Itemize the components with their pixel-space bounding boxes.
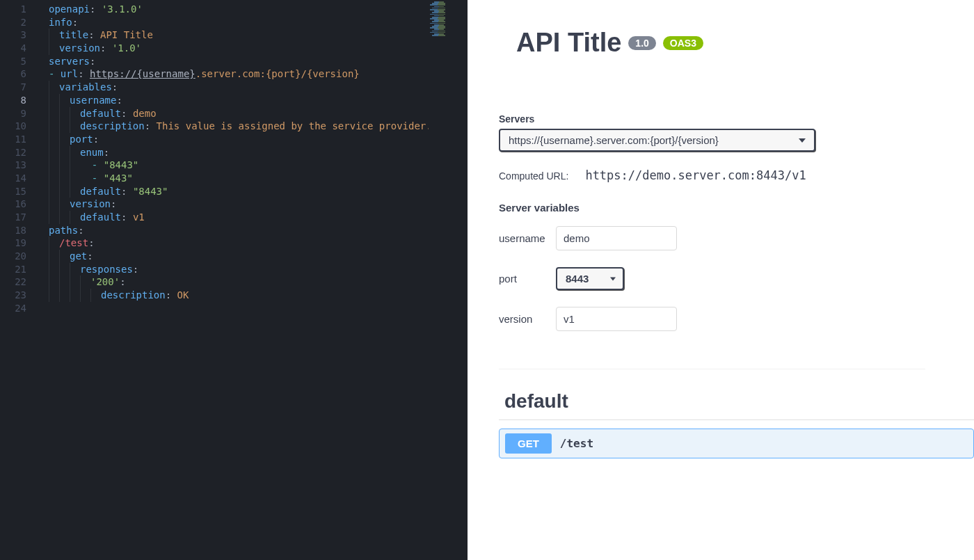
code-line[interactable]: info: — [49, 16, 468, 29]
operation-path: /test — [560, 437, 593, 450]
code-line[interactable]: default: demo — [49, 107, 468, 120]
line-number: 23 — [0, 289, 39, 302]
servers-label: Servers — [499, 113, 925, 125]
line-number: 2 — [0, 16, 39, 29]
line-gutter: 123456789101112131415161718192021222324 — [0, 0, 39, 560]
line-number: 4 — [0, 42, 39, 55]
server-url-select[interactable]: https://{username}.server.com:{port}/{ve… — [499, 129, 815, 152]
code-line[interactable]: responses: — [49, 263, 468, 276]
code-line[interactable]: openapi: '3.1.0' — [49, 3, 468, 16]
line-number: 17 — [0, 211, 39, 224]
line-number: 12 — [0, 146, 39, 159]
code-line[interactable]: description: OK — [49, 289, 468, 302]
code-line[interactable] — [49, 302, 468, 315]
code-line[interactable]: '200': — [49, 275, 468, 289]
var-port-label: port — [499, 273, 556, 285]
line-number: 22 — [0, 275, 39, 289]
line-number: 6 — [0, 67, 39, 81]
line-number: 7 — [0, 81, 39, 94]
computed-url-label: Computed URL: — [499, 170, 568, 182]
code-area[interactable]: openapi: '3.1.0'info: title: API Title v… — [39, 0, 468, 560]
code-line[interactable]: version: — [49, 198, 468, 211]
line-number: 10 — [0, 120, 39, 133]
code-line[interactable]: servers: — [49, 55, 468, 68]
line-number: 14 — [0, 172, 39, 185]
line-number: 5 — [0, 55, 39, 68]
operation-method-badge: GET — [505, 433, 552, 454]
code-line[interactable]: version: '1.0' — [49, 42, 468, 55]
var-username-input[interactable] — [556, 226, 677, 250]
line-number: 16 — [0, 198, 39, 211]
line-number: 9 — [0, 107, 39, 120]
line-number: 8 — [0, 94, 39, 107]
computed-url-value: https://demo.server.com:8443/v1 — [585, 168, 806, 182]
var-version-label: version — [499, 313, 556, 325]
line-number: 18 — [0, 224, 39, 237]
code-line[interactable]: paths: — [49, 224, 468, 237]
code-line[interactable]: enum: — [49, 146, 468, 159]
oas-badge: OAS3 — [663, 36, 703, 50]
tag-default[interactable]: default — [499, 383, 974, 420]
operation-get-test[interactable]: GET /test — [499, 429, 974, 458]
line-number: 11 — [0, 133, 39, 146]
code-line[interactable]: - url: https://{username}.server.com:{po… — [49, 67, 468, 81]
code-line[interactable]: get: — [49, 250, 468, 263]
line-number: 19 — [0, 237, 39, 250]
code-line[interactable]: port: — [49, 133, 468, 146]
version-badge: 1.0 — [628, 36, 655, 50]
line-number: 15 — [0, 185, 39, 198]
line-number: 3 — [0, 29, 39, 42]
swagger-preview: API Title 1.0 OAS3 Servers https://{user… — [468, 0, 974, 560]
code-line[interactable]: username: — [49, 94, 468, 107]
minimap[interactable] — [429, 0, 468, 560]
line-number: 24 — [0, 302, 39, 315]
code-line[interactable]: - "443" — [49, 172, 468, 185]
code-line[interactable]: /test: — [49, 237, 468, 250]
line-number: 13 — [0, 159, 39, 172]
line-number: 21 — [0, 263, 39, 276]
code-line[interactable]: title: API Title — [49, 29, 468, 42]
var-port-select[interactable]: 8443 — [556, 267, 624, 290]
code-line[interactable]: variables: — [49, 81, 468, 94]
var-username-label: username — [499, 232, 556, 244]
server-variables-label: Server variables — [499, 202, 925, 214]
line-number: 1 — [0, 3, 39, 16]
code-line[interactable]: default: v1 — [49, 211, 468, 224]
yaml-editor[interactable]: 123456789101112131415161718192021222324 … — [0, 0, 468, 560]
api-title: API Title — [516, 28, 621, 58]
var-version-input[interactable] — [556, 307, 677, 331]
code-line[interactable]: - "8443" — [49, 159, 468, 172]
code-line[interactable]: default: "8443" — [49, 185, 468, 198]
line-number: 20 — [0, 250, 39, 263]
code-line[interactable]: description: This value is assigned by t… — [49, 120, 468, 133]
